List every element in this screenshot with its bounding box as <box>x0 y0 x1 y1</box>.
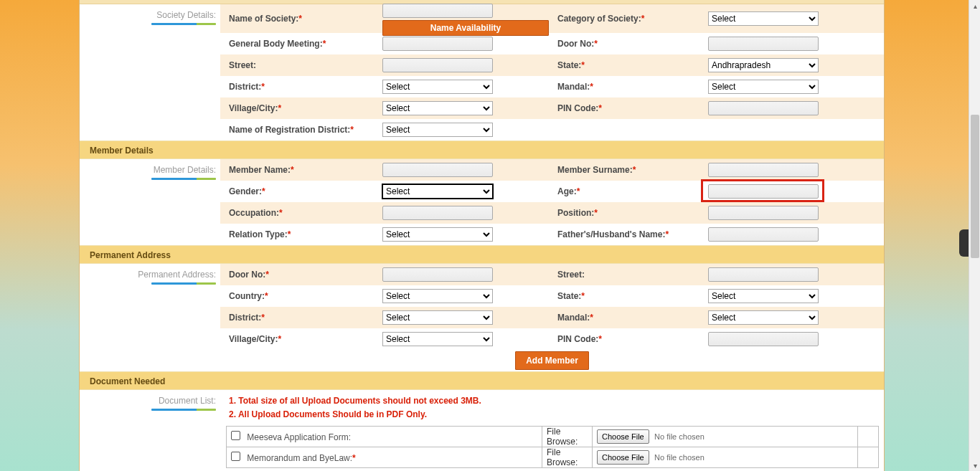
input-general-body-meeting[interactable] <box>382 37 493 51</box>
add-member-button[interactable]: Add Member <box>515 351 589 370</box>
label-position: Position: <box>557 208 594 218</box>
society-rows: Name of Society:* Name Availability Cate… <box>220 4 884 141</box>
input-door-no[interactable] <box>708 37 819 51</box>
underline-icon <box>151 409 216 411</box>
label-general-body-meeting: General Body Meeting: <box>229 39 323 49</box>
section-bar-permanent: Permanent Address <box>80 245 884 264</box>
permanent-address-label: Permanent Address: <box>138 270 216 280</box>
form-frame: Society Details: Name of Society:* Name … <box>79 0 885 471</box>
label-pa-district: District: <box>229 313 261 323</box>
label-member-surname: Member Surname: <box>557 165 633 175</box>
label-pin-code: PIN Code: <box>557 103 598 113</box>
select-pa-mandal[interactable]: Select <box>708 310 819 325</box>
section-bar-member: Member Details <box>80 141 884 159</box>
label-pa-street: Street: <box>557 270 585 280</box>
checkbox-doc-1[interactable] <box>231 431 240 440</box>
file-status-2: No file chosen <box>651 453 705 462</box>
select-pa-country[interactable]: Select <box>382 289 493 303</box>
document-block: Document List: 1. Total size of all Uplo… <box>80 390 884 468</box>
label-age: Age: <box>557 186 577 196</box>
label-street: Street: <box>229 60 256 70</box>
document-rows: 1. Total size of all Upload Documents sh… <box>220 390 884 468</box>
select-state[interactable]: Andhrapradesh <box>708 58 819 72</box>
table-row: Meeseva Application Form: File Browse: C… <box>227 427 879 447</box>
choose-file-button-2[interactable]: Choose File <box>597 450 649 465</box>
input-position[interactable] <box>708 206 819 220</box>
side-tab-handle[interactable] <box>959 229 969 257</box>
label-gender: Gender: <box>229 186 262 196</box>
document-table: Meeseva Application Form: File Browse: C… <box>226 426 879 468</box>
doc-1-label: Meeseva Application Form: <box>242 432 351 442</box>
input-member-surname[interactable] <box>708 163 819 177</box>
select-gender[interactable]: Select <box>382 184 493 199</box>
label-pa-country: Country: <box>229 291 265 301</box>
underline-icon <box>151 23 216 25</box>
member-rows: Member Name:* Member Surname:* Gender:* … <box>220 159 884 245</box>
scroll-up-icon[interactable]: ▴ <box>969 0 980 11</box>
input-member-name[interactable] <box>382 163 493 177</box>
input-occupation[interactable] <box>382 206 493 220</box>
document-list-label: Document List: <box>159 396 216 406</box>
input-age[interactable] <box>708 184 819 199</box>
member-details-label: Member Details: <box>154 165 216 175</box>
file-browse-label: File Browse: <box>547 447 578 467</box>
select-mandal[interactable]: Select <box>708 80 819 94</box>
label-category-of-society: Category of Society: <box>557 14 641 24</box>
select-pa-village[interactable]: Select <box>382 332 493 346</box>
input-name-of-society[interactable] <box>382 4 493 18</box>
input-pa-door-no[interactable] <box>382 267 493 282</box>
file-browse-label: File Browse: <box>547 427 578 447</box>
section-bar-document: Document Needed <box>80 371 884 390</box>
input-pin-code[interactable] <box>708 101 819 115</box>
label-state: State: <box>557 60 581 70</box>
label-member-name: Member Name: <box>229 165 291 175</box>
label-pa-village: Village/City: <box>229 334 278 344</box>
label-relation-type: Relation Type: <box>229 229 288 239</box>
permanent-rows: Door No:* Street: Country:* Select State… <box>220 264 884 371</box>
scroll-thumb[interactable] <box>971 115 979 258</box>
select-pa-district[interactable]: Select <box>382 310 493 325</box>
member-details-block: Member Details: Member Name:* Member Sur… <box>80 159 884 245</box>
underline-icon <box>151 178 216 180</box>
label-district: District: <box>229 82 261 92</box>
society-details-label-col: Society Details: <box>80 4 220 141</box>
checkbox-doc-2[interactable] <box>231 452 240 461</box>
table-row: Memorandum and ByeLaw:* File Browse: Cho… <box>227 447 879 468</box>
select-pa-state[interactable]: Select <box>708 289 819 303</box>
society-details-label: Society Details: <box>156 10 216 20</box>
society-details-block: Society Details: Name of Society:* Name … <box>80 4 884 141</box>
document-list-label-col: Document List: <box>80 390 220 468</box>
doc-2-label: Memorandum and ByeLaw: <box>242 453 352 463</box>
select-category-of-society[interactable]: Select <box>708 11 819 26</box>
permanent-address-label-col: Permanent Address: <box>80 264 220 371</box>
input-street[interactable] <box>382 58 493 72</box>
select-reg-district[interactable]: Select <box>382 123 493 137</box>
input-pa-street[interactable] <box>708 267 819 282</box>
select-district[interactable]: Select <box>382 80 493 94</box>
scroll-down-icon[interactable]: ▾ <box>969 460 980 471</box>
underline-icon <box>151 282 216 285</box>
label-village-city: Village/City: <box>229 103 278 113</box>
doc-note-2: 2. All Upload Documents Should be in PDF… <box>229 408 875 422</box>
choose-file-button-1[interactable]: Choose File <box>597 429 649 444</box>
label-pa-pincode: PIN Code: <box>557 334 598 344</box>
permanent-address-block: Permanent Address: Door No:* Street: Cou… <box>80 264 884 371</box>
doc-note-1: 1. Total size of all Upload Documents sh… <box>229 394 875 408</box>
label-mandal: Mandal: <box>557 82 590 92</box>
label-occupation: Occupation: <box>229 208 279 218</box>
select-village-city[interactable]: Select <box>382 101 493 115</box>
label-pa-state: State: <box>557 291 581 301</box>
label-door-no: Door No: <box>557 39 594 49</box>
label-name-of-society: Name of Society: <box>229 14 298 24</box>
input-father-husband[interactable] <box>708 227 819 242</box>
label-pa-door-no: Door No: <box>229 270 265 280</box>
label-pa-mandal: Mandal: <box>557 313 590 323</box>
member-details-label-col: Member Details: <box>80 159 220 245</box>
select-relation-type[interactable]: Select <box>382 227 493 242</box>
label-reg-district: Name of Registration District: <box>229 125 350 135</box>
input-pa-pincode[interactable] <box>708 332 819 346</box>
file-status-1: No file chosen <box>651 432 705 441</box>
label-father-husband: Father's/Husband's Name: <box>557 229 665 239</box>
vertical-scrollbar[interactable]: ▴ ▾ <box>969 0 980 471</box>
name-availability-button[interactable]: Name Availability <box>382 20 549 36</box>
